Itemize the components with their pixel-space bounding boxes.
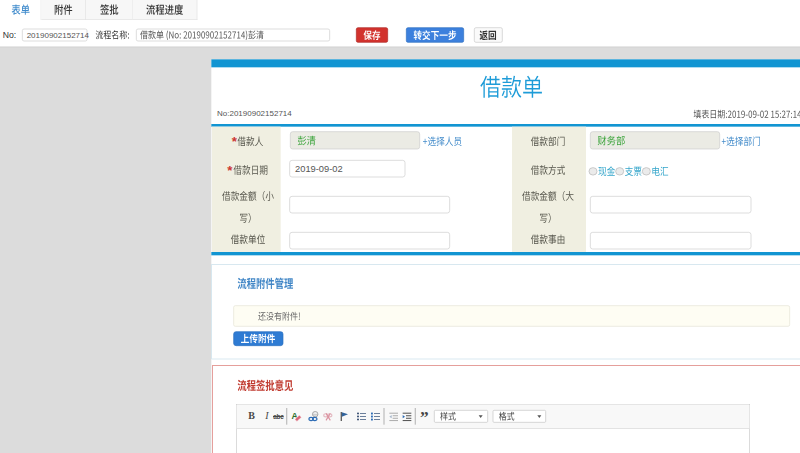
svg-text:”: ” (420, 408, 429, 427)
svg-text:I: I (264, 411, 269, 422)
svg-text:B: B (248, 411, 255, 422)
